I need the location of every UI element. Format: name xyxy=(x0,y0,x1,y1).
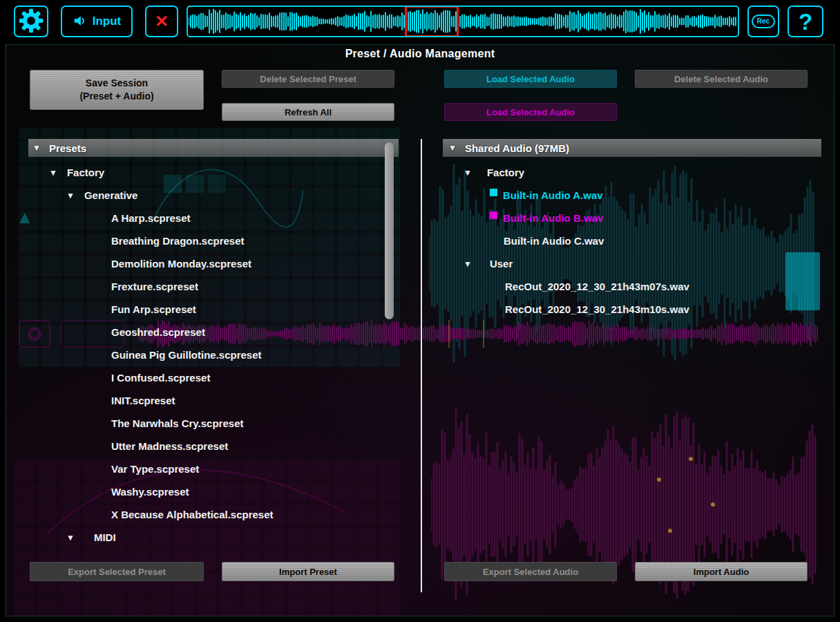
triangle-down-icon[interactable]: ▼ xyxy=(32,143,41,153)
audio-item-label: Built-in Audio C.wav xyxy=(504,235,604,247)
presets-header-label: Presets xyxy=(49,142,86,154)
group-label: Factory xyxy=(67,167,104,178)
help-button[interactable]: ? xyxy=(788,6,823,37)
audio-item-label: Built-in Audio A.wav xyxy=(503,189,603,201)
triangle-down-icon[interactable]: ▼ xyxy=(66,533,75,543)
speaker-icon xyxy=(73,13,88,30)
audio-list-item[interactable]: RecOut_2020_12_30_21h43m10s.wav xyxy=(505,298,689,321)
preset-list-item[interactable]: Var Type.scpreset xyxy=(111,458,199,480)
export-selected-preset-button[interactable]: Export Selected Preset xyxy=(30,562,204,581)
gear-icon xyxy=(19,8,44,35)
preset-list-item[interactable]: Fun Arp.scpreset xyxy=(111,298,196,321)
audio-list-item[interactable]: RecOut_2020_12_30_21h43m07s.wav xyxy=(505,275,689,298)
background-cell-artwork xyxy=(186,175,204,193)
preset-list-item[interactable]: INIT.scpreset xyxy=(111,389,175,412)
audio-color-swatch-cyan xyxy=(490,189,497,196)
background-dot xyxy=(689,457,693,461)
group-label: Factory xyxy=(487,167,524,178)
preset-list-item[interactable]: Frexture.scpreset xyxy=(111,275,198,298)
preset-list-item[interactable]: Demolition Monday.scpreset xyxy=(111,252,251,275)
input-button-label: Input xyxy=(93,15,122,28)
triangle-down-icon[interactable]: ▼ xyxy=(464,259,472,269)
background-dot xyxy=(668,529,672,533)
background-cell-artwork xyxy=(208,175,226,193)
audio-list-item[interactable]: Built-in Audio B.wav xyxy=(490,207,603,229)
preset-audio-management-dialog: ▲ Preset / Audio Management Save Session… xyxy=(6,44,834,616)
settings-button[interactable] xyxy=(14,6,48,37)
triangle-up-icon: ▲ xyxy=(16,207,34,228)
help-icon: ? xyxy=(799,10,812,33)
preset-list-item[interactable]: I Confused.scpreset xyxy=(111,366,210,389)
audio-list-item[interactable]: Built-in Audio C.wav xyxy=(504,229,604,252)
rec-icon: Rec xyxy=(752,15,775,28)
shared-audio-tree-header[interactable]: ▼ Shared Audio (97MB) xyxy=(443,139,821,157)
refresh-all-button[interactable]: Refresh All xyxy=(222,103,394,121)
close-icon: ✕ xyxy=(155,13,169,30)
background-gear-ghost xyxy=(19,320,50,348)
preset-group-midi[interactable]: ▼ MIDI xyxy=(66,526,116,549)
export-selected-audio-button[interactable]: Export Selected Audio xyxy=(444,562,617,581)
background-cell-artwork xyxy=(164,175,182,193)
triangle-down-icon[interactable]: ▼ xyxy=(464,168,472,178)
waveform-selection-region[interactable] xyxy=(405,7,459,36)
save-session-line1: Save Session xyxy=(86,77,148,90)
record-button[interactable]: Rec xyxy=(747,6,779,37)
audio-group-user[interactable]: ▼ User xyxy=(464,252,513,275)
main-waveform-display[interactable] xyxy=(187,6,739,37)
audio-color-swatch-magenta xyxy=(490,211,497,219)
dialog-title: Preset / Audio Management xyxy=(6,48,834,60)
delete-selected-audio-button[interactable]: Delete Selected Audio xyxy=(635,70,808,88)
background-dot xyxy=(711,502,715,507)
close-dialog-button[interactable]: ✕ xyxy=(145,6,178,37)
audio-list-item[interactable]: Built-in Audio A.wav xyxy=(490,184,603,207)
input-button[interactable]: Input xyxy=(61,6,133,37)
preset-group-generative[interactable]: ▼ Generative xyxy=(66,184,137,207)
load-selected-audio-primary-button[interactable]: Load Selected Audio xyxy=(444,70,617,88)
preset-list-item[interactable]: A Harp.scpreset xyxy=(111,207,191,229)
background-selection-ghost xyxy=(448,320,484,348)
preset-group-factory[interactable]: ▼ Factory xyxy=(49,161,104,184)
save-session-line2: (Preset + Audio) xyxy=(79,90,153,103)
background-meter-artwork xyxy=(785,252,820,310)
panel-divider xyxy=(421,139,422,592)
preset-list-scrollbar[interactable] xyxy=(385,142,394,319)
preset-list-item[interactable]: Utter Madness.scpreset xyxy=(111,435,228,458)
preset-list-item[interactable]: Washy.scpreset xyxy=(111,480,189,503)
preset-list-item[interactable]: Breathing Dragon.scpreset xyxy=(111,229,245,252)
presets-tree-header[interactable]: ▼ Presets xyxy=(28,139,399,157)
top-toolbar: Input ✕ Rec ? xyxy=(0,0,840,43)
triangle-down-icon[interactable]: ▼ xyxy=(49,168,57,178)
group-label: MIDI xyxy=(94,531,116,543)
preset-list-item[interactable]: Geoshred.scpreset xyxy=(111,321,205,343)
background-dot xyxy=(657,478,661,482)
audio-group-factory[interactable]: ▼ Factory xyxy=(464,161,524,184)
shared-audio-header-label: Shared Audio (97MB) xyxy=(465,142,569,154)
load-selected-audio-secondary-button[interactable]: Load Selected Audio xyxy=(444,103,617,121)
save-session-button[interactable]: Save Session (Preset + Audio) xyxy=(30,70,204,110)
audio-item-label: Built-in Audio B.wav xyxy=(503,212,603,224)
audio-item-label: RecOut_2020_12_30_21h43m10s.wav xyxy=(505,303,689,315)
group-label: User xyxy=(490,258,513,270)
preset-list-item[interactable]: X Because Alphabetical.scpreset xyxy=(111,503,274,526)
preset-list-item[interactable]: The Narwhals Cry.scpreset xyxy=(111,412,243,435)
audio-item-label: RecOut_2020_12_30_21h43m07s.wav xyxy=(505,281,689,292)
waveform-graphic xyxy=(189,8,737,35)
delete-selected-preset-button[interactable]: Delete Selected Preset xyxy=(222,70,394,88)
triangle-down-icon[interactable]: ▼ xyxy=(66,191,75,200)
group-label: Generative xyxy=(84,189,138,201)
import-preset-button[interactable]: Import Preset xyxy=(222,562,394,581)
preset-list-item[interactable]: Guinea Pig Guillotine.scpreset xyxy=(111,343,262,366)
triangle-down-icon[interactable]: ▼ xyxy=(448,143,457,153)
import-audio-button[interactable]: Import Audio xyxy=(635,562,808,581)
